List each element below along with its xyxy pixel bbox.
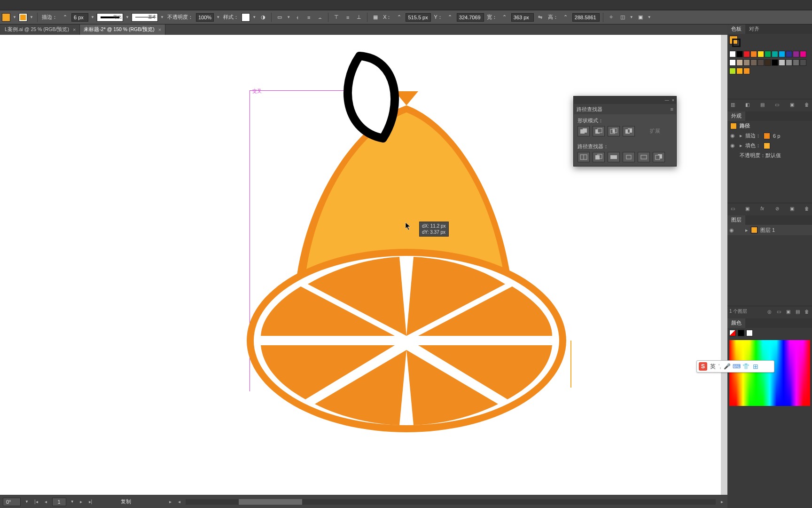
stroke-weight-dropdown[interactable]: ▼ <box>90 13 95 22</box>
constrain-wh-icon[interactable]: ⇋ <box>536 13 545 22</box>
align-to-selection-icon[interactable]: ▭ <box>275 13 284 22</box>
align-top-icon[interactable]: ⊤ <box>332 13 341 22</box>
swatch[interactable] <box>757 59 764 66</box>
locate-object-icon[interactable]: ◎ <box>766 308 773 315</box>
color-mode-dropdown[interactable]: ▼ <box>29 13 34 22</box>
brush-dropdown[interactable]: ▼ <box>160 13 164 22</box>
close-tab-1-icon[interactable]: × <box>73 27 76 32</box>
align-vcenter-icon[interactable]: ≡ <box>343 13 352 22</box>
stroke-weight-field[interactable]: 6 px <box>71 13 88 22</box>
fill-swatch[interactable] <box>2 13 10 22</box>
swatch[interactable] <box>750 59 757 66</box>
swatch[interactable] <box>765 59 771 66</box>
shape-op2-icon[interactable]: ◫ <box>618 13 627 22</box>
swatch[interactable] <box>779 51 785 57</box>
pathfinder-tab-label[interactable]: 路径查找器 <box>577 106 602 113</box>
outline-button[interactable] <box>638 152 650 162</box>
swatch[interactable] <box>750 51 757 57</box>
ime-keyboard-icon[interactable]: ⌨ <box>734 363 740 370</box>
document-tab-1[interactable]: L案例.ai @ 25 % (RGB/预览) × <box>1 24 80 35</box>
black-swatch[interactable] <box>738 330 744 336</box>
opacity-field[interactable]: 100% <box>196 13 214 22</box>
layer-visibility-eye-icon[interactable]: ◉ <box>729 227 736 233</box>
fill-attr-swatch[interactable] <box>764 143 770 149</box>
hscroll-right-icon[interactable]: ▸ <box>719 499 725 504</box>
width-profile-dropdown[interactable]: ▼ <box>125 13 130 22</box>
y-field[interactable]: 324.7069 <box>457 13 484 22</box>
shape-op3-icon[interactable]: ▣ <box>636 13 645 22</box>
intersect-button[interactable] <box>608 126 620 136</box>
align-right-icon[interactable]: ⫠ <box>315 13 325 22</box>
clear-icon[interactable]: ⊘ <box>774 205 781 212</box>
swatch[interactable] <box>743 59 750 66</box>
merge-button[interactable] <box>608 152 620 162</box>
y-stepper[interactable]: ⌃ <box>445 13 455 22</box>
minus-back-button[interactable] <box>653 152 665 162</box>
ime-language-bar[interactable]: S 英 ', 🎤 ⌨ 👕 ⊞ <box>696 360 774 373</box>
appearance-stroke-row[interactable]: ◉ ▸ 描边： 6 p <box>727 131 812 141</box>
swatch[interactable] <box>729 59 736 66</box>
pathfinder-panel[interactable]: — × 路径查找器 ≡ 形状模式： 扩展 路径查找器： <box>573 96 677 167</box>
new-group-icon[interactable]: ▭ <box>774 101 781 108</box>
visibility-eye-icon[interactable]: ◉ <box>730 143 737 149</box>
align-bottom-icon[interactable]: ⊥ <box>354 13 364 22</box>
visibility-eye-icon[interactable]: ◉ <box>730 133 737 139</box>
opacity-dropdown[interactable]: ▼ <box>216 13 220 22</box>
swatch[interactable] <box>800 59 806 66</box>
rotation-field[interactable]: 0° <box>3 498 21 506</box>
sogou-logo-icon[interactable]: S <box>699 362 707 371</box>
panel-menu-icon[interactable]: ≡ <box>671 106 673 112</box>
color-spectrum[interactable] <box>729 340 810 406</box>
rotation-dropdown[interactable]: ▼ <box>24 498 29 506</box>
stroke-link-icon[interactable]: ⌃ <box>60 13 70 22</box>
hscroll-left-icon[interactable]: ▸ <box>168 499 173 504</box>
stroke-attr-swatch[interactable] <box>764 133 770 139</box>
w-stepper[interactable]: ⌃ <box>500 13 509 22</box>
align-left-icon[interactable]: ⫞ <box>293 13 302 22</box>
swatch[interactable] <box>729 68 736 74</box>
new-swatch-icon[interactable]: ▣ <box>789 101 795 108</box>
align-drop[interactable]: ▼ <box>286 13 291 22</box>
swatch[interactable] <box>743 68 750 74</box>
shape-op1-icon[interactable]: ✧ <box>607 13 616 22</box>
swatch-options-icon[interactable]: ▤ <box>759 101 765 108</box>
horizontal-scrollbar[interactable] <box>186 499 716 505</box>
layer-row-1[interactable]: ◉ ▸ 图层 1 <box>727 225 812 235</box>
swatch[interactable] <box>736 59 743 66</box>
swatch[interactable] <box>786 59 792 66</box>
swatch[interactable] <box>800 51 806 57</box>
transform-panel-icon[interactable]: ▦ <box>371 13 380 22</box>
x-stepper[interactable]: ⌃ <box>394 13 404 22</box>
swatch[interactable] <box>765 51 771 57</box>
op3-drop[interactable]: ▼ <box>647 13 652 22</box>
make-clip-icon[interactable]: ▭ <box>775 308 782 315</box>
fx-icon[interactable]: fx <box>759 205 765 212</box>
graphic-style-swatch[interactable] <box>242 13 250 22</box>
swatches-fillstroke-proxy[interactable] <box>727 34 812 50</box>
expand-button[interactable]: 扩展 <box>638 126 672 136</box>
ime-toolbox-icon[interactable]: ⊞ <box>752 363 759 370</box>
new-stroke-icon[interactable]: ▭ <box>729 205 736 212</box>
swatch[interactable] <box>736 51 743 57</box>
canvas-vertical-scrollbar[interactable] <box>721 35 727 495</box>
white-swatch[interactable] <box>746 330 753 336</box>
minimize-icon[interactable]: — <box>665 98 669 103</box>
x-field[interactable]: 515.5 px <box>406 13 431 22</box>
first-artboard-icon[interactable]: |◂ <box>33 499 39 504</box>
last-artboard-icon[interactable]: ▸| <box>87 499 94 504</box>
align-tab[interactable]: 对齐 <box>745 24 763 34</box>
swatch[interactable] <box>786 51 792 57</box>
trim-button[interactable] <box>593 152 605 162</box>
recolor-artwork-icon[interactable]: ◑ <box>258 13 268 22</box>
trash-icon[interactable]: 🗑 <box>804 308 810 315</box>
fill-dropdown[interactable]: ▼ <box>12 13 17 22</box>
pathfinder-titlebar[interactable]: — × <box>574 96 676 104</box>
swatch[interactable] <box>743 51 750 57</box>
new-fill-icon[interactable]: ▣ <box>744 205 751 212</box>
appearance-opacity-row[interactable]: 不透明度：默认值 <box>727 151 812 160</box>
swatch[interactable] <box>757 51 764 57</box>
variable-width-profile[interactable]: 等比 <box>97 13 123 22</box>
layer-name[interactable]: 图层 1 <box>760 227 775 234</box>
layers-tab[interactable]: 图层 <box>727 215 745 225</box>
ime-punct-label[interactable]: ', <box>718 363 721 370</box>
